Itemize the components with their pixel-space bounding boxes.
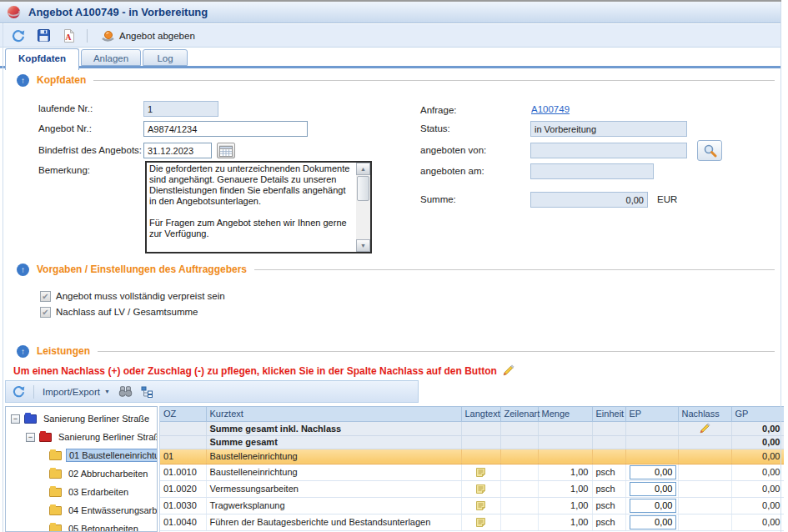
content-area: Kopfdaten laufende Nr.: Angebot Nr.: Bin…	[3, 70, 781, 532]
summe-label: Summe:	[420, 192, 456, 208]
cell-menge: 1,00	[538, 514, 592, 530]
toolbar-separator	[87, 29, 88, 43]
collapse-arrow-icon[interactable]	[17, 74, 29, 87]
angeboten-am-label: angeboten am:	[420, 163, 484, 179]
checkbox-vollstaendig-verpreist	[40, 291, 51, 302]
table-row-pos-010040[interactable]: 01.0040 Führen der Bautagesberichte und …	[160, 514, 784, 530]
col-zeilenart[interactable]: Zeilenart	[500, 407, 538, 421]
pdf-export-button[interactable]: A	[58, 27, 78, 45]
col-gp[interactable]: GP	[731, 407, 784, 421]
tab-kopfdaten[interactable]: Kopfdaten	[5, 48, 79, 70]
edit-nachlass-pencil-icon[interactable]	[699, 423, 710, 434]
cell-gp: 0,00	[731, 514, 784, 530]
col-einheit[interactable]: Einheit	[592, 407, 625, 421]
langtext-note-icon[interactable]	[475, 467, 486, 478]
col-ep[interactable]: EP	[625, 407, 678, 421]
import-export-button[interactable]: Import/Export ▼	[43, 387, 110, 397]
collapse-expander-icon[interactable]	[11, 414, 20, 424]
section-divider	[98, 351, 775, 352]
window-left-border	[3, 23, 3, 532]
summe-field	[530, 192, 648, 208]
laufende-nr-label: laufende Nr.:	[38, 101, 93, 117]
cell-einheit: psch	[592, 464, 625, 480]
folder-icon	[49, 469, 62, 479]
angebot-nr-field[interactable]	[143, 121, 308, 137]
tree-item-project[interactable]: Sanierung Berliner Straße	[11, 410, 152, 427]
folder-icon	[49, 451, 62, 460]
lv-grid: OZ Kurztext Langtext Zeilenart Menge Ein…	[159, 406, 784, 532]
tree-item-lv[interactable]: Sanierung Berliner Straße	[26, 429, 158, 445]
table-row-group-01[interactable]: 01 Baustelleneinrichtung 0,00	[160, 449, 784, 464]
ep-input[interactable]	[630, 499, 676, 513]
textarea-scrollbar[interactable]: ▲ ▼	[356, 163, 370, 252]
tree-item-label: 02 Abbrucharbeiten	[66, 468, 150, 479]
table-row-pos-010020[interactable]: 01.0020 Vermessungsarbeiten 1,00	[160, 480, 784, 497]
anfrage-link[interactable]: A100749	[531, 104, 570, 114]
tree-item-label: Sanierung Berliner Straße	[41, 413, 152, 424]
tree-item-03[interactable]: 03 Erdarbeiten	[49, 484, 131, 500]
tree-item-05[interactable]: 05 Betonarbeiten	[49, 520, 141, 532]
tab-log[interactable]: Log	[143, 49, 188, 66]
cell-kurztext: Summe gesamt inkl. Nachlass	[206, 421, 461, 435]
submit-offer-icon	[101, 30, 114, 42]
tree-item-01[interactable]: 01 Baustelleneinrichtung	[49, 447, 158, 464]
folder-icon	[49, 488, 62, 497]
bindefrist-field[interactable]	[143, 143, 212, 158]
tab-anlagen[interactable]: Anlagen	[81, 49, 141, 66]
window-right-border	[780, 2, 781, 532]
preview-button[interactable]	[118, 386, 133, 397]
calendar-button[interactable]	[217, 143, 235, 158]
save-button[interactable]	[33, 27, 53, 45]
cell-oz: 01.0040	[160, 514, 206, 530]
scrollbar-thumb[interactable]	[357, 176, 369, 201]
collapse-expander-icon[interactable]	[26, 433, 35, 442]
main-toolbar: A Angebot abgeben	[0, 24, 781, 48]
binoculars-icon	[118, 386, 133, 397]
angebot-nr-label: Angebot Nr.:	[38, 121, 92, 137]
refresh-button[interactable]	[8, 27, 28, 45]
pdf-icon: A	[63, 29, 75, 43]
app-window: Angebot A100749 - in Vorbereitung	[0, 0, 788, 532]
langtext-note-icon[interactable]	[475, 500, 486, 511]
status-field	[530, 121, 687, 137]
tree-item-label: 04 Entwässerungsarbeiten	[66, 504, 158, 516]
collapse-arrow-icon[interactable]	[17, 263, 29, 276]
table-row-summe-inkl-nachlass: Summe gesamt inkl. Nachlass	[160, 421, 784, 435]
col-oz[interactable]: OZ	[160, 407, 206, 421]
cell-kurztext: Baustelleneinrichtung	[206, 449, 461, 464]
scroll-up-icon[interactable]: ▲	[356, 163, 370, 175]
bemerkung-textarea[interactable]: Die geforderten zu unterzeichnenden Doku…	[147, 163, 356, 252]
ep-input[interactable]	[630, 482, 676, 496]
grid-refresh-button[interactable]	[13, 385, 25, 398]
tree-item-02[interactable]: 02 Abbrucharbeiten	[49, 465, 150, 482]
angeboten-von-field	[530, 143, 687, 158]
cell-kurztext: Summe gesamt	[206, 435, 461, 449]
ep-input[interactable]	[630, 515, 676, 529]
col-nachlass[interactable]: Nachlass	[678, 407, 731, 421]
tree-item-label: 05 Betonarbeiten	[66, 523, 141, 532]
table-row-pos-010030[interactable]: 01.0030 Tragwerksplanung 1,00	[160, 497, 784, 514]
anfrage-label: Anfrage:	[420, 103, 456, 118]
cell-oz: 01.0030	[160, 497, 206, 514]
cell-kurztext: Führen der Bautagesberichte und Bestands…	[206, 514, 461, 530]
scroll-down-icon[interactable]: ▼	[356, 239, 370, 252]
table-row-pos-010010[interactable]: 01.0010 Baustelleneinrichtung 1,00	[160, 464, 784, 480]
cell-einheit: psch	[592, 514, 625, 530]
submit-offer-button[interactable]: Angebot abgeben	[96, 27, 200, 45]
search-user-button[interactable]	[697, 140, 722, 161]
save-icon	[38, 29, 50, 42]
langtext-note-icon[interactable]	[475, 484, 486, 494]
ep-input[interactable]	[630, 465, 676, 479]
col-kurztext[interactable]: Kurztext	[206, 407, 461, 421]
cell-gp: 0,00	[731, 435, 784, 449]
tree-item-04[interactable]: 04 Entwässerungsarbeiten	[49, 502, 158, 519]
tree-item-label: Sanierung Berliner Straße	[56, 431, 158, 443]
collapse-arrow-icon[interactable]	[17, 345, 29, 358]
checkbox-label: Nachlass auf LV / Gesamtsumme	[56, 307, 198, 317]
tree-view-button[interactable]	[141, 386, 153, 398]
summe-currency: EUR	[657, 192, 677, 208]
import-export-label: Import/Export	[43, 387, 100, 397]
col-menge[interactable]: Menge	[538, 407, 592, 421]
col-langtext[interactable]: Langtext	[461, 407, 500, 421]
langtext-note-icon[interactable]	[475, 517, 486, 528]
